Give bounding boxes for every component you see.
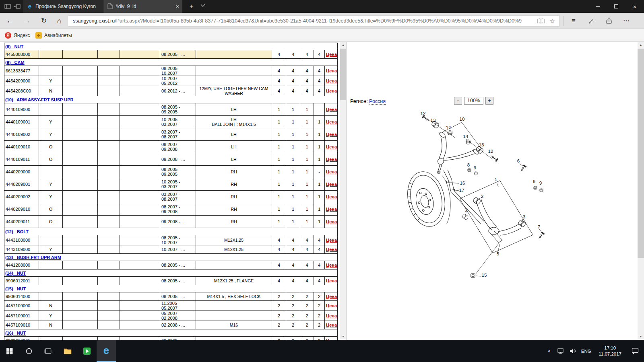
green-app-button[interactable] [77,340,97,362]
part-row[interactable]: 990601400008.2005 - ...M14X1.5 , HEX SEL… [4,292,338,301]
price-link[interactable]: Цена [326,323,337,327]
part-row[interactable]: 4457109010N02.2008 - ...M162222Цена [4,321,338,329]
section-header-link[interactable]: (9) CAM [5,60,25,65]
new-tab-button[interactable]: + [186,2,197,11]
language-indicator[interactable]: ENG [578,340,594,362]
minimize-button[interactable] [588,0,607,13]
scroll-up-icon[interactable]: ▲ [638,42,644,48]
hub-icon[interactable]: ≡ [567,15,580,27]
price-link[interactable]: Цена [326,52,337,57]
price-link[interactable]: Цена [326,194,337,199]
part-row[interactable]: 444010900008.2005 - 09.2005LH111-Цена [4,103,338,116]
file-explorer-button[interactable] [58,340,77,362]
forward-icon[interactable]: → [22,16,32,26]
price-link[interactable]: Цена [326,303,337,308]
main-scrollbar[interactable]: ▲ ▼ [638,42,644,340]
reading-view-icon[interactable] [537,19,545,24]
part-row[interactable]: 4457109001Y05.2007 - 02.20082222Цена [4,311,338,321]
favorite-yandex[interactable]: Я Яндекс [5,31,30,39]
refresh-icon[interactable]: ↻ [39,16,49,26]
show-set-aside-tabs-icon[interactable] [4,3,11,10]
part-number: 4441208000 [4,261,39,269]
tab-list-chevron-icon[interactable] [200,4,206,9]
close-button[interactable]: × [625,0,644,13]
price-link[interactable]: Цена [326,207,337,212]
price-link[interactable]: Цена [326,68,337,73]
section-header-link[interactable]: (10) ARM ASSY-FRT SUSP UPR [5,97,74,102]
part-row[interactable]: 4440209002Y03.2007 - 08.2007RH1111Цена [4,191,338,203]
region-link[interactable]: Россия [369,99,386,105]
clock[interactable]: 17:10 11.07.2017 [594,340,626,362]
part-row[interactable]: 4457109000N11.2005 - 05.20072222Цена [4,301,338,311]
price-link[interactable]: Цена [326,144,337,149]
price-link[interactable]: Цена [326,263,337,267]
tab-div-9-id[interactable]: #div_9_id × [103,0,182,13]
action-center-icon[interactable] [626,340,644,362]
scrollbar-thumb[interactable] [638,49,644,258]
price-link[interactable]: Цена [326,182,337,187]
home-icon[interactable]: ⌂ [54,16,64,26]
part-row[interactable]: 444310800008.2005 - 10.2007M12X1.254444Ц… [4,235,338,245]
zoom-out-button[interactable]: - [454,97,462,105]
set-tabs-aside-icon[interactable] [14,3,21,10]
price-link[interactable]: Цена [326,278,337,283]
scrollbar-thumb[interactable] [340,49,346,100]
price-link[interactable]: Цена [326,238,337,243]
part-row[interactable]: 990601200108.2005 - ...M12X1.25 , FLANGE… [4,277,338,285]
price-link[interactable]: Цена [326,132,337,137]
start-button[interactable] [0,340,19,362]
price-link[interactable]: Цена [326,78,337,83]
part-row[interactable]: 444120800008.2005 - ...4444Цена [4,261,338,269]
section-header-link[interactable]: (14) NUT [5,271,26,276]
price-link[interactable]: Цена [326,88,337,93]
back-icon[interactable]: ← [5,16,15,26]
scroll-up-icon[interactable]: ▲ [340,42,346,48]
price-link[interactable]: Цена [326,294,337,299]
network-icon[interactable] [554,340,566,362]
task-view-button[interactable] [39,340,58,362]
price-link[interactable]: Цена [326,169,337,174]
search-button[interactable] [19,340,39,362]
price-link[interactable]: Цена [326,157,337,162]
part-row[interactable]: 4443109000Y10.2007 - ...M12X1.254444Цена [4,245,338,254]
price-link[interactable]: Цена [326,107,337,112]
section-header-link[interactable]: (16) NUT [5,331,26,335]
favorite-star-icon[interactable]: ☆ [549,17,555,25]
part-row[interactable]: 4454208C00N06.2012 - ...12M/Y, USE TOGET… [4,86,338,96]
maximize-button[interactable] [607,0,625,13]
tray-chevron-icon[interactable]: ∧ [544,340,554,362]
section-header-link[interactable]: (12) BOLT [5,229,29,234]
part-row[interactable]: 4440109010O08.2007 - 09.2008LH1111Цена [4,141,338,153]
annotate-pen-icon[interactable] [584,15,598,27]
part-row[interactable]: 4440109002Y03.2007 - 08.2007LH1111Цена [4,128,338,141]
part-row[interactable]: 922861400108.2005 - ...2222Цена [4,337,338,340]
part-row[interactable]: 4440209001Y10.2005 - 03.2007RH1111Цена [4,178,338,191]
table-scrollbar[interactable]: ▲ ▼ [340,42,346,340]
address-bar[interactable]: ssangyong.exist.ru/Parts.aspx?Model=f10b… [68,15,559,27]
part-row[interactable]: 4440109011O09.2008 - ...LH1111Цена [4,153,338,166]
part-row[interactable]: 661333347708.2005 - 10.20074444Цена [4,66,338,76]
zoom-in-button[interactable]: + [485,97,493,105]
share-icon[interactable] [602,15,616,27]
price-link[interactable]: Цена [326,313,337,318]
part-row[interactable]: 4440109001Y10.2005 - 03.2007LH BALL JOIN… [4,116,338,128]
part-row[interactable]: 444020900008.2005 - 09.2005RH111-Цена [4,166,338,178]
tab-close-icon[interactable]: × [176,4,179,9]
more-options-icon[interactable]: ••• [620,15,634,27]
price-link[interactable]: Цена [326,247,337,252]
section-header-link[interactable]: (15) NUT [5,286,26,291]
part-row[interactable]: 4440209010O08.2007 - 09.2008RH1111Цена [4,203,338,216]
price-link[interactable]: Цена [326,119,337,124]
volume-icon[interactable] [566,340,578,362]
part-row[interactable]: 4454209000Y10.2007 - 05.20124444Цена [4,76,338,86]
section-header-link[interactable]: (13) BUSH-FRT UPR ARM [5,255,61,260]
favorite-aviabilety[interactable]: ✈ Авиабилеты [35,31,72,39]
edge-taskbar-button[interactable]: e [97,340,116,362]
scroll-down-icon[interactable]: ▼ [638,333,644,340]
part-row[interactable]: 4440209011O09.2008 - ...RH1111Цена [4,216,338,228]
price-link[interactable]: Цена [326,219,337,224]
part-row[interactable]: 445500800008.2005 - ...4444Цена [4,50,338,59]
tab-profile-ssangyong-kyron[interactable]: e Профиль Ssangyong Kyron [23,0,103,13]
section-header-link[interactable]: (8) NUT [5,44,23,49]
scroll-down-icon[interactable]: ▼ [340,333,346,340]
